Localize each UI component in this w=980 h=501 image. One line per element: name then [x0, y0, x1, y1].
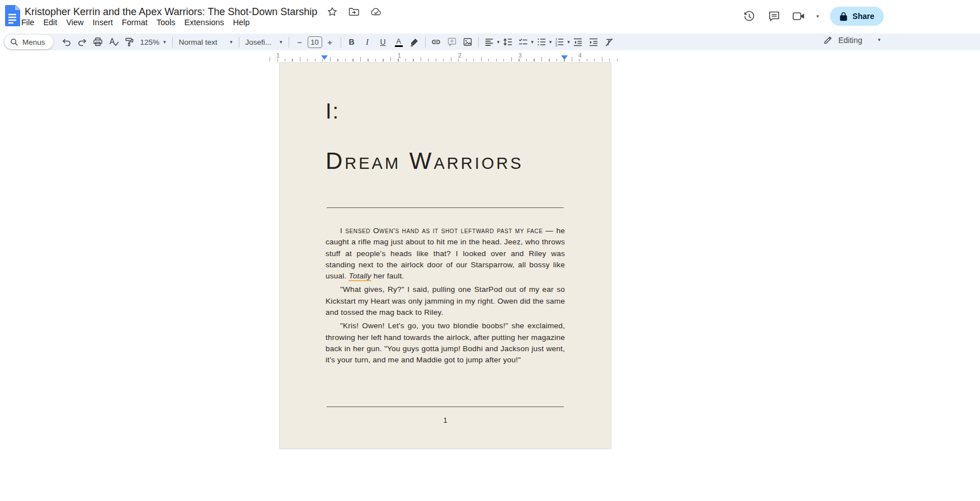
ruler-label: 1 [398, 52, 401, 59]
toolbar-divider [172, 37, 173, 48]
editing-mode-dropdown-icon: ▾ [878, 37, 880, 42]
ruler-label: 4 [578, 52, 582, 59]
footer-divider-line [327, 407, 564, 407]
video-call-dropdown-icon[interactable]: ▾ [817, 14, 819, 19]
font-family-value: Josefi... [246, 38, 272, 46]
menu-help[interactable]: Help [229, 17, 255, 28]
horizontal-ruler: 11234 [0, 53, 980, 63]
share-button[interactable]: Share [830, 7, 884, 26]
chapter-number[interactable]: I: [326, 100, 340, 124]
checklist-button[interactable] [515, 35, 531, 49]
video-call-icon[interactable] [792, 10, 805, 23]
body-paragraph[interactable]: "Kris! Owen! Let's go, you two blondie b… [326, 320, 565, 366]
toolbar-divider [478, 37, 479, 48]
decrease-indent-button[interactable] [570, 35, 586, 49]
toolbar-divider [289, 37, 289, 48]
add-comment-button[interactable] [444, 35, 460, 49]
insert-image-button[interactable] [460, 35, 475, 49]
clear-formatting-button[interactable] [601, 35, 617, 49]
menu-edit[interactable]: Edit [39, 17, 62, 28]
page-number: 1 [280, 416, 611, 424]
ruler-label: 1 [276, 52, 280, 59]
toolbar-divider [425, 37, 426, 48]
chapter-divider-line [327, 207, 564, 208]
menu-file[interactable]: File [17, 17, 39, 28]
menu-tools[interactable]: Tools [152, 17, 180, 28]
editing-mode-control[interactable]: Editing ▾ [823, 35, 880, 45]
redo-button[interactable] [74, 35, 90, 49]
svg-text:3: 3 [555, 43, 558, 46]
highlight-color-button[interactable] [407, 35, 422, 49]
menus-search-button[interactable]: Menus [4, 35, 53, 49]
align-button[interactable] [482, 35, 497, 49]
increase-font-size-button[interactable]: + [322, 35, 338, 49]
document-title[interactable]: Kristopher Kerrin and the Apex Warriors:… [25, 6, 317, 18]
toolbar-divider [239, 37, 239, 48]
zoom-dropdown-icon: ▾ [163, 40, 166, 45]
decrease-font-size-button[interactable]: − [292, 35, 308, 49]
pencil-icon [823, 35, 833, 45]
italic-button[interactable]: I [360, 35, 375, 49]
increase-indent-button[interactable] [586, 35, 601, 49]
zoom-value: 125% [140, 38, 160, 46]
numbered-list-button[interactable]: 1 2 3 [552, 35, 567, 49]
insert-link-button[interactable] [428, 35, 444, 49]
zoom-control[interactable]: 125% ▾ [137, 38, 169, 46]
menu-view[interactable]: View [62, 17, 88, 28]
text-segment-normal: "What gives, Ry?" I said, pulling one St… [326, 285, 565, 316]
style-dropdown-icon: ▾ [230, 40, 233, 45]
ruler-label: 2 [458, 52, 461, 59]
font-size-input[interactable]: 10 [308, 36, 322, 48]
paragraph-style-control[interactable]: Normal text ▾ [176, 38, 236, 46]
line-spacing-button[interactable] [500, 35, 515, 49]
cloud-saved-icon[interactable] [369, 5, 383, 18]
body-text[interactable]: I sensed Owen's hand as it shot leftward… [326, 225, 565, 368]
header-actions: ▾ Share [743, 7, 884, 26]
share-label: Share [852, 12, 874, 21]
left-indent-marker[interactable] [321, 55, 328, 60]
body-paragraph[interactable]: "What gives, Ry?" I said, pulling one St… [326, 284, 565, 318]
editing-mode-label: Editing [838, 36, 863, 45]
paragraph-style-value: Normal text [179, 38, 218, 46]
undo-button[interactable] [59, 35, 74, 49]
text-segment-normal: "Kris! Owen! Let's go, you two blondie b… [326, 322, 565, 364]
text-segment-italic-underline: Totally [348, 272, 371, 281]
print-button[interactable] [90, 35, 106, 49]
text-segment-normal: her fault. [371, 272, 404, 280]
menu-insert[interactable]: Insert [88, 17, 117, 28]
bulleted-list-button[interactable] [534, 35, 549, 49]
ruler-label: 3 [519, 52, 522, 59]
version-history-icon[interactable] [743, 10, 756, 23]
font-dropdown-icon: ▾ [280, 40, 282, 45]
menu-format[interactable]: Format [117, 17, 152, 28]
search-icon [10, 38, 18, 46]
text-segment-smallcaps: I sensed Owen's hand as it shot leftward… [340, 226, 556, 235]
google-docs-window: Kristopher Kerrin and the Apex Warriors:… [0, 0, 980, 501]
paint-format-button[interactable] [121, 35, 137, 49]
underline-button[interactable]: U [375, 35, 391, 49]
right-indent-marker[interactable] [561, 55, 568, 60]
menu-extensions[interactable]: Extensions [180, 17, 229, 28]
text-color-button[interactable]: A [391, 35, 407, 49]
bold-button[interactable]: B [344, 35, 360, 49]
menu-bar: FileEditViewInsertFormatToolsExtensionsH… [17, 17, 254, 28]
document-canvas: I: Dream Warriors I sensed Owen's hand a… [0, 63, 980, 501]
move-folder-icon[interactable] [347, 5, 361, 18]
lock-icon [840, 12, 847, 21]
document-page[interactable]: I: Dream Warriors I sensed Owen's hand a… [280, 63, 611, 448]
body-paragraph[interactable]: I sensed Owen's hand as it shot leftward… [326, 225, 565, 282]
chapter-title[interactable]: Dream Warriors [326, 148, 524, 174]
star-icon[interactable] [326, 5, 339, 18]
menus-label: Menus [22, 38, 45, 46]
font-family-control[interactable]: Josefi... ▾ [242, 38, 286, 46]
spellcheck-button[interactable] [106, 35, 121, 49]
toolbar-divider [341, 37, 341, 48]
checklist-dropdown-icon[interactable]: ▾ [531, 40, 534, 45]
comments-icon[interactable] [767, 10, 781, 23]
